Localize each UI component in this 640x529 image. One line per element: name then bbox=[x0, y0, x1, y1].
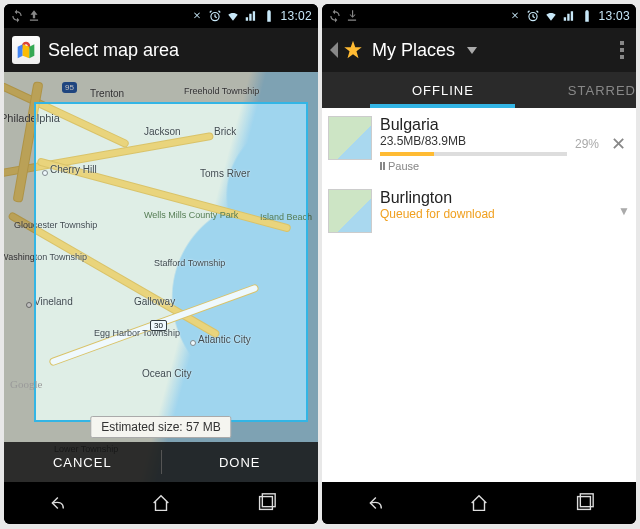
svg-rect-6 bbox=[580, 494, 593, 507]
downloads-list: Bulgaria 23.5MB/83.9MB Pause 29% ✕ Burli… bbox=[322, 108, 636, 482]
progress-fill bbox=[380, 152, 434, 156]
battery-icon bbox=[580, 9, 594, 23]
progress-bar bbox=[380, 152, 567, 156]
svg-rect-5 bbox=[577, 497, 590, 510]
signal-icon bbox=[562, 9, 576, 23]
cancel-button[interactable]: CANCEL bbox=[4, 442, 161, 482]
nav-bar bbox=[4, 482, 318, 524]
sync-icon bbox=[10, 9, 24, 23]
download-title: Burlington bbox=[380, 189, 610, 207]
tab-starred[interactable]: STARRED bbox=[564, 72, 636, 108]
svg-rect-2 bbox=[259, 497, 272, 510]
status-bar: 13:03 bbox=[322, 4, 636, 28]
clock-text: 13:02 bbox=[280, 9, 312, 23]
nav-bar bbox=[322, 482, 636, 524]
download-status-icon bbox=[345, 9, 359, 23]
nav-recent-icon[interactable] bbox=[255, 492, 277, 514]
action-row: CANCEL DONE bbox=[4, 442, 318, 482]
download-status: Queued for download bbox=[380, 207, 610, 221]
pause-button[interactable]: Pause bbox=[380, 160, 567, 172]
map-thumbnail bbox=[328, 189, 372, 233]
alarm-icon bbox=[526, 9, 540, 23]
battery-icon bbox=[262, 9, 276, 23]
expand-caret-icon[interactable]: ▼ bbox=[618, 204, 630, 218]
app-bar: Select map area bbox=[4, 28, 318, 72]
alarm-icon bbox=[208, 9, 222, 23]
download-percent: 29% bbox=[575, 137, 599, 151]
tab-offline[interactable]: OFFLINE bbox=[322, 72, 564, 108]
status-bar: 13:02 bbox=[4, 4, 318, 28]
route-shield-95: 95 bbox=[62, 82, 77, 93]
star-icon bbox=[342, 39, 364, 61]
download-status-icon bbox=[27, 9, 41, 23]
dropdown-caret-icon[interactable] bbox=[467, 47, 477, 54]
map-viewport[interactable]: Trenton Freehold Township Philadelphia J… bbox=[4, 72, 318, 482]
nav-recent-icon[interactable] bbox=[573, 492, 595, 514]
city-freehold: Freehold Township bbox=[184, 86, 259, 96]
wifi-icon bbox=[544, 9, 558, 23]
nav-back-icon[interactable] bbox=[363, 492, 385, 514]
signal-icon bbox=[244, 9, 258, 23]
download-item[interactable]: Bulgaria 23.5MB/83.9MB Pause 29% ✕ bbox=[322, 108, 636, 181]
estimate-pill: Estimated size: 57 MB bbox=[90, 416, 231, 438]
mute-icon bbox=[190, 9, 204, 23]
nav-home-icon[interactable] bbox=[150, 492, 172, 514]
download-title: Bulgaria bbox=[380, 116, 567, 134]
app-bar: My Places bbox=[322, 28, 636, 72]
phone-left: 13:02 Select map area Trenton Freehold T… bbox=[4, 4, 318, 524]
wifi-icon bbox=[226, 9, 240, 23]
nav-back-icon[interactable] bbox=[45, 492, 67, 514]
pause-icon bbox=[380, 162, 385, 170]
map-thumbnail bbox=[328, 116, 372, 160]
back-button[interactable] bbox=[330, 39, 364, 61]
download-progress-text: 23.5MB/83.9MB bbox=[380, 134, 567, 148]
map-selection-box[interactable] bbox=[34, 102, 308, 422]
overflow-menu-icon[interactable] bbox=[616, 37, 628, 63]
tab-bar: OFFLINE STARRED bbox=[322, 72, 636, 108]
appbar-title: My Places bbox=[372, 40, 455, 61]
mute-icon bbox=[508, 9, 522, 23]
phone-right: 13:03 My Places OFFLINE STARRED Bulgaria… bbox=[322, 4, 636, 524]
sync-icon bbox=[328, 9, 342, 23]
cancel-download-button[interactable]: ✕ bbox=[607, 133, 630, 155]
done-button[interactable]: DONE bbox=[162, 442, 319, 482]
download-item[interactable]: Burlington Queued for download ▼ bbox=[322, 181, 636, 242]
google-watermark: Google bbox=[10, 378, 42, 390]
appbar-title: Select map area bbox=[48, 40, 179, 61]
maps-app-icon[interactable] bbox=[12, 36, 40, 64]
city-trenton: Trenton bbox=[90, 88, 124, 99]
clock-text: 13:03 bbox=[598, 9, 630, 23]
svg-rect-3 bbox=[262, 494, 275, 507]
nav-home-icon[interactable] bbox=[468, 492, 490, 514]
